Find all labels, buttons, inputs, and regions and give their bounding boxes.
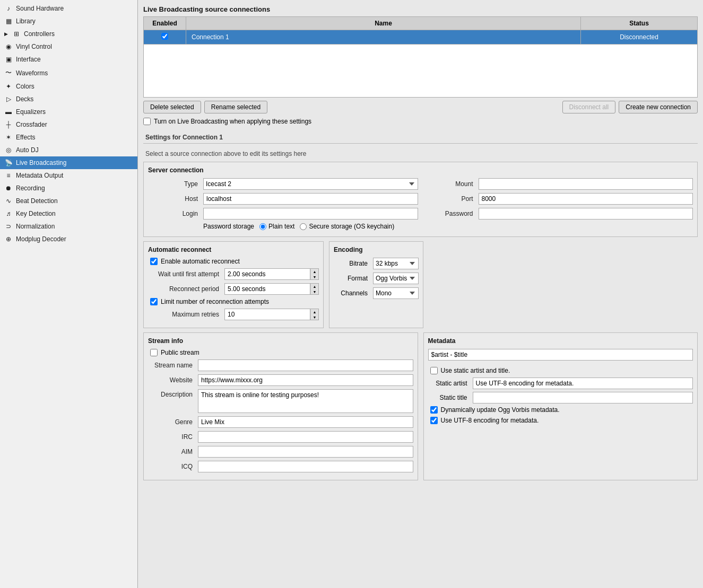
col-enabled: Enabled <box>144 17 186 30</box>
max-retries-spin-up[interactable]: ▲ <box>310 309 318 314</box>
genre-label: Genre <box>148 418 196 426</box>
enable-reconnect-checkbox[interactable] <box>150 258 158 265</box>
sound-hardware-icon: ♪ <box>4 5 13 12</box>
table-row[interactable]: Connection 1Disconnected <box>144 30 698 45</box>
sidebar-item-normalization[interactable]: ⊃Normalization <box>0 220 137 233</box>
channels-row: Channels Mono Stereo <box>334 287 419 299</box>
sidebar-item-auto-dj[interactable]: ◎Auto DJ <box>0 144 137 156</box>
wait-label: Wait until first attempt <box>148 270 222 278</box>
wait-spin-down[interactable]: ▼ <box>310 274 318 279</box>
sidebar-item-equalizers[interactable]: ▬Equalizers <box>0 106 137 118</box>
sidebar-item-sound-hardware[interactable]: ♪Sound Hardware <box>0 2 137 15</box>
genre-input[interactable] <box>198 416 413 428</box>
limit-reconnect-label: Limit number of reconnection attempts <box>161 298 269 305</box>
website-input[interactable] <box>198 374 413 386</box>
sidebar-item-colors[interactable]: ✦Colors <box>0 80 137 93</box>
sidebar-item-library[interactable]: ▦Library <box>0 15 137 28</box>
password-storage-label: Password storage <box>203 223 254 230</box>
use-static-label: Use static artist and title. <box>441 367 510 374</box>
sidebar-item-effects[interactable]: ✶Effects <box>0 131 137 144</box>
website-label: Website <box>148 376 196 384</box>
public-stream-checkbox[interactable] <box>150 349 158 356</box>
decks-icon: ▷ <box>4 95 13 103</box>
irc-row: IRC <box>148 431 413 443</box>
metadata-value-input[interactable]: $artist - $title <box>428 349 693 361</box>
plain-text-radio-label: Plain text <box>259 223 294 230</box>
max-retries-spin-buttons: ▲ ▼ <box>310 309 318 320</box>
login-input[interactable] <box>203 208 418 220</box>
host-label: Host <box>148 195 201 203</box>
irc-label: IRC <box>148 433 196 441</box>
sidebar-item-metadata-output[interactable]: ≡Metadata Output <box>0 169 137 182</box>
encoding-section: Encoding Bitrate 32 kbps 64 kbps 128 kbp… <box>329 241 423 328</box>
max-retries-input[interactable] <box>225 309 310 320</box>
create-new-connection-button[interactable]: Create new connection <box>619 101 698 113</box>
wait-input[interactable] <box>225 269 310 279</box>
sidebar-item-crossfader[interactable]: ┼Crossfader <box>0 118 137 131</box>
interface-icon: ▣ <box>4 56 13 63</box>
mount-input[interactable] <box>479 178 693 190</box>
bitrate-select[interactable]: 32 kbps 64 kbps 128 kbps 192 kbps 320 kb… <box>373 258 419 269</box>
sidebar-item-label: Equalizers <box>16 108 46 116</box>
use-static-row: Use static artist and title. <box>428 367 693 374</box>
vinyl-control-icon: ◉ <box>4 43 13 50</box>
static-artist-row: Static artist Use UTF-8 encoding for met… <box>428 378 693 389</box>
stream-name-label: Stream name <box>148 362 196 369</box>
colors-icon: ✦ <box>4 83 13 90</box>
sidebar-item-waveforms[interactable]: 〜Waveforms <box>0 66 137 80</box>
type-select[interactable]: Icecast 2 Shoutcast 1 Shoutcast 2 <box>203 178 418 190</box>
limit-reconnect-checkbox[interactable] <box>150 298 158 305</box>
channels-select[interactable]: Mono Stereo <box>373 287 419 299</box>
wait-spinbox: ▲ ▼ <box>224 268 319 280</box>
icq-input[interactable] <box>198 461 413 472</box>
sidebar-item-beat-detection[interactable]: ∿Beat Detection <box>0 195 137 207</box>
reconnect-spin-down[interactable]: ▼ <box>310 289 318 294</box>
utf8-checkbox[interactable] <box>430 417 438 424</box>
disconnect-all-button[interactable]: Disconnect all <box>562 101 616 113</box>
mount-label: Mount <box>423 180 476 188</box>
server-left: Type Icecast 2 Shoutcast 1 Shoutcast 2 H… <box>148 178 418 232</box>
password-input[interactable] <box>479 208 693 220</box>
plain-text-radio[interactable] <box>259 223 266 230</box>
wait-spin-up[interactable]: ▲ <box>310 269 318 274</box>
format-row: Format Ogg Vorbis MP3 AAC <box>334 273 419 284</box>
irc-input[interactable] <box>198 431 413 443</box>
turn-on-row: Turn on Live Broadcasting when applying … <box>143 117 698 126</box>
aim-input[interactable] <box>198 446 413 458</box>
auto-dj-icon: ◎ <box>4 146 13 154</box>
format-select[interactable]: Ogg Vorbis MP3 AAC <box>373 273 419 284</box>
sidebar-item-live-broadcasting[interactable]: 📡Live Broadcasting <box>0 156 137 169</box>
sidebar-item-label: Interface <box>16 56 41 63</box>
enabled-cell[interactable] <box>144 30 186 45</box>
host-input[interactable] <box>203 193 418 205</box>
sidebar-item-recording[interactable]: ⏺Recording <box>0 182 137 195</box>
sidebar-item-modplug-decoder[interactable]: ⊕Modplug Decoder <box>0 233 137 245</box>
stream-meta-layout: Stream info Public stream Stream name We… <box>143 332 698 485</box>
sidebar-item-vinyl-control[interactable]: ◉Vinyl Control <box>0 40 137 53</box>
static-title-input[interactable] <box>473 392 693 403</box>
use-static-checkbox[interactable] <box>430 367 438 374</box>
sidebar-item-key-detection[interactable]: ♬Key Detection <box>0 207 137 220</box>
description-input[interactable]: This stream is online for testing purpos… <box>198 389 413 413</box>
max-retries-spin-down[interactable]: ▼ <box>310 314 318 320</box>
library-icon: ▦ <box>4 17 13 25</box>
row-enabled-checkbox[interactable] <box>161 33 168 40</box>
rename-selected-button[interactable]: Rename selected <box>204 101 267 113</box>
reconnect-input[interactable] <box>225 284 310 294</box>
sidebar-item-label: Sound Hardware <box>16 5 64 12</box>
turn-on-checkbox[interactable] <box>143 118 151 125</box>
sidebar-item-label: Normalization <box>16 223 55 230</box>
static-artist-input[interactable]: Use UTF-8 encoding for metadata. <box>473 378 693 389</box>
metadata-output-icon: ≡ <box>4 172 13 179</box>
delete-selected-button[interactable]: Delete selected <box>143 101 201 113</box>
auto-reconnect-section: Automatic reconnect Enable automatic rec… <box>143 241 324 328</box>
stream-name-input[interactable] <box>198 359 413 371</box>
reconnect-spin-up[interactable]: ▲ <box>310 284 318 289</box>
port-input[interactable] <box>479 193 693 205</box>
dynamic-update-checkbox[interactable] <box>430 406 438 414</box>
secure-storage-radio[interactable] <box>300 223 307 230</box>
sidebar-item-decks[interactable]: ▷Decks <box>0 93 137 106</box>
sidebar-item-interface[interactable]: ▣Interface <box>0 53 137 66</box>
sidebar-item-controllers[interactable]: ▶⊞Controllers <box>0 28 137 40</box>
secure-storage-label: Secure storage (OS keychain) <box>309 223 394 230</box>
